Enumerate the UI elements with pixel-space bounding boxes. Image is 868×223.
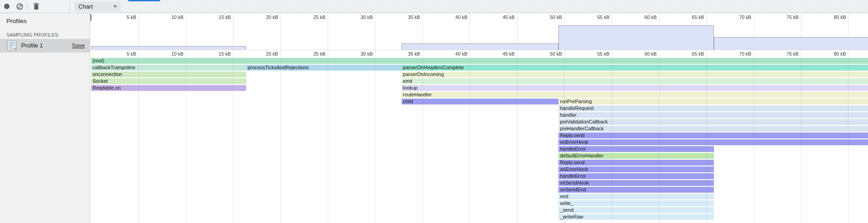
axis-tick-label: 50 kB — [535, 51, 562, 57]
overview-drag-handle[interactable] — [90, 14, 92, 21]
trash-icon[interactable] — [30, 0, 43, 13]
toolbar-divider — [69, 0, 70, 13]
flame-frame[interactable]: onErrorHook — [558, 139, 868, 145]
grid-line — [328, 13, 328, 50]
axis-tick-label: 45 kB — [488, 14, 515, 20]
axis-tick-label: 55 kB — [582, 51, 609, 57]
flame-frame[interactable]: runPreParsing — [558, 99, 868, 104]
grid-line — [233, 50, 233, 223]
flame-frame[interactable]: Readable.on — [91, 85, 246, 91]
grid-line — [328, 50, 328, 223]
axis-tick-label: 70 kB — [724, 14, 752, 20]
flame-frame[interactable]: (root) — [91, 58, 868, 64]
grid-line — [801, 50, 801, 223]
flame-frame[interactable]: preValidationCallback — [558, 119, 868, 125]
flame-chart-pane: 5 kB10 kB15 kB20 kB25 kB30 kB35 kB40 kB4… — [90, 13, 868, 223]
flame-frame[interactable]: parserOnIncoming — [402, 71, 868, 77]
axis-tick-label: 30 kB — [345, 14, 373, 20]
flame-frame[interactable]: handleRequest — [558, 105, 868, 111]
profiles-sidebar: Profiles SAMPLING PROFILES % Profile 1 S… — [0, 13, 90, 223]
profile-table-percent-icon: % — [7, 41, 16, 52]
toolbar-separator — [27, 3, 28, 10]
axis-tick-label: 30 kB — [345, 51, 373, 57]
flame-frame[interactable]: callbackTrampoline — [91, 65, 246, 71]
toolbar: Chart — [0, 0, 868, 13]
chevron-down-icon — [113, 5, 117, 8]
axis-tick-label: 65 kB — [677, 51, 704, 57]
record-icon[interactable] — [0, 0, 13, 13]
overview-memory-step — [91, 46, 246, 50]
view-mode-select[interactable]: Chart — [74, 2, 121, 11]
flame-frame[interactable]: write_ — [558, 200, 713, 206]
axis-tick-label: 25 kB — [298, 51, 325, 57]
flame-frame[interactable]: lookup — [402, 85, 868, 91]
axis-tick-label: 60 kB — [630, 14, 657, 20]
devtools-profiler-panel: Chart Profiles SAMPLING PROFILES % — [0, 0, 868, 223]
flame-frame[interactable]: handler — [558, 112, 868, 118]
flame-frame[interactable]: emit — [402, 78, 868, 84]
axis-tick-label: 75 kB — [771, 51, 799, 57]
axis-tick-label: 50 kB — [535, 14, 562, 20]
flame-frame[interactable]: handleError — [558, 173, 713, 179]
grid-line — [138, 50, 139, 223]
axis-tick-label: 80 kB — [819, 51, 846, 57]
grid-line — [706, 50, 707, 223]
grid-line — [375, 50, 375, 223]
save-profile-link[interactable]: Save — [72, 43, 85, 49]
view-mode-value: Chart — [74, 3, 113, 10]
active-tab-indicator — [128, 0, 160, 1]
flame-frame[interactable]: onSendHook — [558, 180, 713, 186]
axis-tick-label: 80 kB — [819, 14, 846, 20]
axis-tick-label: 40 kB — [440, 51, 467, 57]
flame-frame[interactable]: preHandlerCallback — [558, 126, 868, 132]
flame-frame[interactable]: handleError — [558, 146, 713, 152]
grid-line — [186, 13, 186, 50]
axis-tick-label: 20 kB — [251, 14, 278, 20]
grid-line — [848, 50, 849, 223]
flame-frame[interactable]: Socket — [91, 78, 246, 84]
toolbar-pattern — [91, 0, 868, 13]
axis-tick-label: 25 kB — [298, 14, 325, 20]
grid-line — [375, 13, 375, 50]
grid-line — [281, 13, 281, 50]
ruler-divider — [90, 50, 868, 50]
sidebar-item-profile-1[interactable]: % Profile 1 Save — [0, 39, 90, 52]
axis-tick-label: 65 kB — [677, 14, 704, 20]
flame-frame[interactable]: Reply.send — [558, 160, 713, 166]
profile-name: Profile 1 — [21, 42, 43, 49]
axis-tick-label: 10 kB — [156, 51, 184, 57]
flame-frame[interactable]: defaultErrorHandler — [558, 153, 713, 159]
flame-frame[interactable]: child — [402, 99, 559, 104]
flame-frame[interactable]: onErrorHook — [558, 166, 713, 172]
axis-tick-label: 35 kB — [393, 14, 420, 20]
axis-tick-label: 45 kB — [488, 51, 515, 57]
axis-tick-label: 55 kB — [582, 14, 609, 20]
sampling-profiles-header: SAMPLING PROFILES — [6, 32, 58, 38]
grid-line — [517, 50, 518, 223]
grid-line — [138, 13, 139, 50]
flame-frame[interactable]: Reply.send — [558, 133, 868, 138]
axis-tick-label: 10 kB — [156, 14, 184, 20]
flame-frame[interactable]: routeHandler — [402, 92, 868, 98]
grid-line — [754, 50, 754, 223]
flame-frame[interactable]: processTicksAndRejections — [246, 65, 401, 71]
flame-frame[interactable]: _send — [558, 207, 713, 213]
overview-memory-step — [714, 37, 868, 50]
flame-frame[interactable]: end — [558, 194, 713, 199]
clear-icon[interactable] — [13, 0, 26, 13]
svg-text:%: % — [13, 47, 16, 51]
flame-frame[interactable]: parserOnHeadersComplete — [402, 65, 868, 71]
grid-line — [564, 50, 565, 223]
sidebar-title: Profiles — [6, 18, 27, 24]
flame-frame[interactable]: onconnection — [91, 71, 246, 77]
flame-frame[interactable]: _writeRaw — [558, 214, 713, 220]
grid-line — [470, 50, 470, 223]
overview-memory-step — [558, 25, 713, 50]
grid-line — [611, 50, 612, 223]
axis-tick-label: 60 kB — [630, 51, 657, 57]
grid-line — [233, 13, 233, 50]
axis-tick-label: 75 kB — [771, 14, 799, 20]
overview-memory-step — [402, 43, 559, 50]
flame-frame[interactable]: onSendEnd — [558, 187, 713, 193]
grid-line — [659, 50, 659, 223]
